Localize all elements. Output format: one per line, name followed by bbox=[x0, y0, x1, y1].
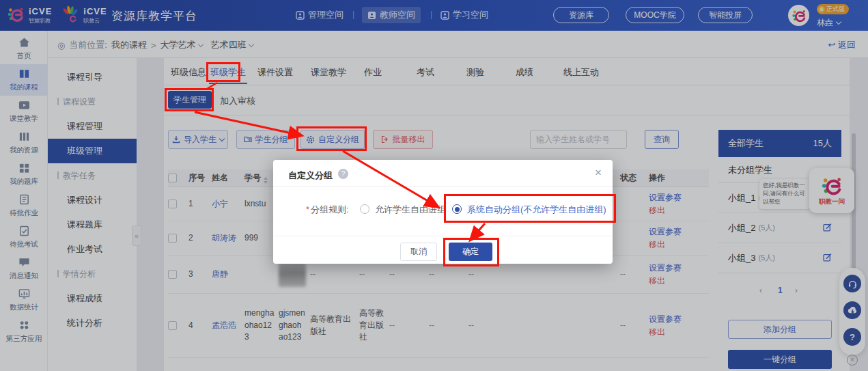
cancel-button[interactable]: 取消 bbox=[400, 243, 437, 261]
custom-grouping-modal: 自定义分组 ? × *分组规则: 允许学生自由进组 系统自动分组(不允许学生自由… bbox=[273, 160, 613, 264]
help-circle-icon[interactable]: ? bbox=[338, 169, 348, 179]
confirm-button[interactable]: 确定 bbox=[449, 243, 492, 261]
radio-auto-group-label[interactable]: 系统自动分组(不允许学生自由进组) bbox=[467, 204, 606, 216]
close-icon[interactable]: × bbox=[595, 166, 602, 180]
modal-header-divider bbox=[273, 186, 613, 187]
radio-free-join[interactable] bbox=[360, 204, 369, 214]
page: iCVE 智慧职教 iCVE 职教云 资源库教学平台 管理空间 bbox=[0, 0, 868, 371]
required-mark: * bbox=[306, 204, 309, 215]
rule-label-text: 分组规则: bbox=[311, 204, 349, 215]
radio-free-join-label[interactable]: 允许学生自由进组 bbox=[375, 204, 446, 216]
modal-footer-divider bbox=[273, 236, 613, 236]
radio-auto-group[interactable] bbox=[452, 204, 462, 214]
modal-title: 自定义分组 bbox=[288, 169, 333, 182]
rule-label: *分组规则: bbox=[306, 204, 349, 216]
